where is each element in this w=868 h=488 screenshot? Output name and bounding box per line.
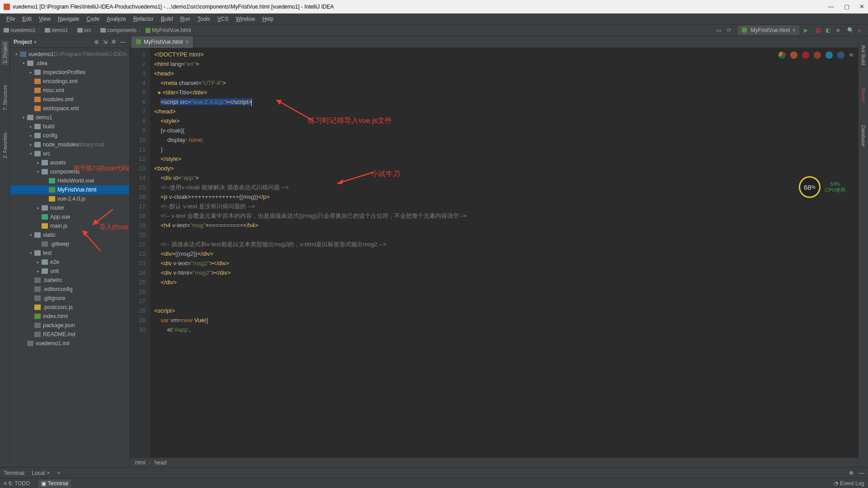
menu-analyze[interactable]: Analyze [103, 14, 130, 24]
tree-item[interactable]: .gitkeep [10, 239, 129, 249]
breadcrumb[interactable]: vuedemo1〉demo1〉src〉components〉MyFristVue… [4, 26, 191, 34]
tab-favorites[interactable]: 2: Favorites [1, 131, 9, 160]
tree-item[interactable]: ▾src [10, 149, 129, 158]
tree-item[interactable]: vue-2.4.0.js [10, 194, 129, 203]
breadcrumb-item[interactable]: vuedemo1 [4, 27, 36, 33]
menu-navigate[interactable]: Navigate [54, 14, 83, 24]
tree-item[interactable]: ▸node_modules library root [10, 140, 129, 149]
html-icon [136, 39, 141, 44]
tree-item[interactable]: ▾vuedemo1 D:\Program Files\IntelliJ-IDEA… [10, 50, 129, 59]
menu-vcs[interactable]: VCS [214, 14, 232, 24]
menu-edit[interactable]: Edit [19, 14, 35, 24]
tree-item[interactable]: ▾components [10, 167, 129, 176]
tree-item[interactable]: encodings.xml [10, 77, 129, 86]
ie-icon[interactable] [826, 52, 833, 59]
tool-hide-icon[interactable]: — [859, 470, 864, 476]
menu-help[interactable]: Help [259, 14, 277, 24]
event-log-button[interactable]: ◔ Event Log [834, 480, 864, 487]
close-icon[interactable]: × [47, 470, 50, 476]
close-icon[interactable]: × [185, 39, 189, 45]
tree-item[interactable]: MyFristVue.html [10, 185, 129, 194]
open-icon[interactable]: ▭ [716, 27, 722, 33]
tree-item[interactable]: ▸build [10, 122, 129, 131]
menu-tools[interactable]: Tools [194, 14, 214, 24]
menu-code[interactable]: Code [83, 14, 103, 24]
editor-tab[interactable]: MyFristVue.html × [132, 36, 193, 48]
tree-item[interactable]: modules.xml [10, 95, 129, 104]
tree-item[interactable]: ▾test [10, 249, 129, 258]
breadcrumb-item[interactable]: demo1 [45, 27, 68, 33]
tab-database[interactable]: Database [861, 125, 866, 146]
run-configuration[interactable]: MyFristVue.html ▾ [738, 26, 799, 35]
minimize-button[interactable]: — [828, 3, 834, 10]
sync-icon[interactable]: ⟳ [727, 27, 733, 33]
tab-ant-build[interactable]: Ant Build [861, 45, 866, 65]
edge-icon[interactable] [837, 52, 844, 59]
menu-window[interactable]: Window [232, 14, 259, 24]
tree-item[interactable]: ▸assets [10, 158, 129, 167]
tree-item[interactable]: .babelrc [10, 276, 129, 285]
tree-item[interactable]: ▾static [10, 230, 129, 239]
terminal-tabs: Terminal: Local × ＋ ✲ — [0, 467, 868, 478]
search-icon[interactable]: 🔍 [847, 27, 854, 33]
breadcrumb-item[interactable]: MyFristVue.html [146, 27, 191, 33]
close-button[interactable]: ✕ [859, 3, 864, 10]
debug-icon[interactable]: 🐞 [815, 27, 821, 33]
tree-item[interactable]: ▸config [10, 131, 129, 140]
tree-item[interactable]: package.json [10, 321, 129, 330]
run-icon[interactable]: ▶ [804, 27, 810, 33]
code-editor[interactable]: 1234567891011121314151617181920212223242… [130, 48, 858, 457]
tree-item[interactable]: HelloWorld.vue [10, 176, 129, 185]
tree-item[interactable]: ▾demo1 [10, 113, 129, 122]
todo-button[interactable]: ≡ 6: TODO [4, 480, 30, 487]
maximize-button[interactable]: ▢ [844, 3, 849, 10]
collapse-icon[interactable]: ⇲ [103, 38, 108, 45]
opera-icon[interactable] [814, 52, 821, 59]
menu-view[interactable]: View [35, 14, 54, 24]
tree-item[interactable]: .postcssrc.js [10, 303, 129, 312]
tool-settings-icon[interactable]: ✲ [849, 470, 854, 476]
tree-item[interactable]: ▸inspectionProfiles [10, 68, 129, 77]
project-tree[interactable]: 用于练习的vue代码的html 导入的vue.js ▾vuedemo1 D:\P… [10, 48, 129, 467]
breadcrumb-item[interactable]: html [135, 460, 146, 466]
breadcrumb-item[interactable]: head [155, 460, 167, 466]
tab-project[interactable]: 1: Project [1, 41, 9, 65]
browser-preview-icons[interactable] [778, 52, 844, 59]
project-view-dropdown[interactable]: ▾ [34, 39, 37, 45]
editor-breadcrumb[interactable]: html › head [130, 457, 858, 467]
inspections-icon[interactable]: 👁 [849, 51, 854, 60]
tree-item[interactable]: workspace.xml [10, 104, 129, 113]
terminal-tab-local[interactable]: Local × [32, 470, 50, 476]
editor-area: MyFristVue.html × 1234567891011121314151… [130, 36, 858, 467]
breadcrumb-item[interactable]: components [100, 27, 137, 33]
terminal-button[interactable]: ▣ Terminal [38, 479, 71, 488]
bottom-tool-bar: ≡ 6: TODO ▣ Terminal ◔ Event Log [0, 478, 868, 488]
tab-maven[interactable]: Maven [861, 88, 866, 103]
tree-item[interactable]: .gitignore [10, 294, 129, 303]
menu-build[interactable]: Build [157, 14, 177, 24]
menu-run[interactable]: Run [177, 14, 194, 24]
tree-item[interactable]: vuedemo1.iml [10, 339, 129, 348]
add-terminal-button[interactable]: ＋ [56, 469, 61, 477]
tree-item[interactable]: misc.xml [10, 86, 129, 95]
hide-icon[interactable]: — [120, 38, 126, 45]
target-icon[interactable]: ⊕ [94, 38, 99, 45]
menu-refactor[interactable]: Refactor [130, 14, 157, 24]
breadcrumb-item[interactable]: src [77, 27, 91, 33]
tree-item[interactable]: ▸e2e [10, 258, 129, 267]
firefox-icon[interactable] [790, 52, 797, 59]
chrome-icon[interactable] [778, 52, 786, 59]
find-icon[interactable]: ⌕ [858, 27, 864, 33]
tree-item[interactable]: ▾.idea [10, 59, 129, 68]
coverage-icon[interactable]: ◧ [826, 27, 832, 33]
tree-item[interactable]: ▸unit [10, 267, 129, 276]
stop-icon[interactable]: ■ [836, 27, 843, 33]
code-content[interactable]: 👁 练习时记得导入vue.js文件 小试牛刀 <!DOCTYPE html><h… [150, 48, 858, 457]
tree-item[interactable]: .editorconfig [10, 285, 129, 294]
settings-icon[interactable]: ✲ [111, 38, 116, 45]
menu-file[interactable]: File [3, 14, 19, 24]
safari-icon[interactable] [802, 52, 809, 59]
tab-structure[interactable]: 7: Structure [1, 83, 9, 113]
tree-item[interactable]: README.md [10, 330, 129, 339]
tree-item[interactable]: index.html [10, 312, 129, 321]
